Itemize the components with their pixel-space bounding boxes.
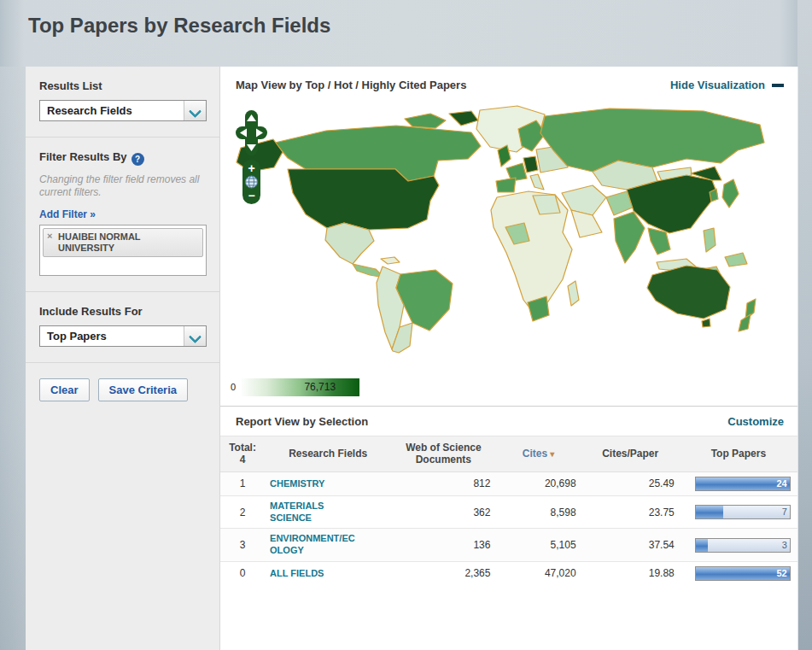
include-results-label: Include Results For: [39, 305, 206, 318]
cites-cell: 20,698: [495, 471, 581, 495]
top-papers-value: 3: [782, 540, 787, 550]
page-title: Top Papers by Research Fields: [28, 14, 330, 38]
filter-section: Filter Results By? Changing the filter f…: [26, 138, 219, 292]
content-panel: Results List Research Fields Filter Resu…: [26, 67, 798, 650]
filter-results-label-text: Filter Results By: [39, 150, 127, 163]
wos-documents-cell: 812: [391, 471, 495, 495]
sidebar-buttons: Clear Save Criteria: [26, 363, 219, 417]
report-title: Report View by Selection: [236, 415, 368, 428]
add-filter-link[interactable]: Add Filter »: [39, 208, 96, 220]
filter-tag-label: HUAIBEI NORMAL UNIVERSITY: [58, 231, 140, 253]
legend-gradient-bar: 76,713: [240, 378, 359, 396]
hide-visualization-label: Hide Visualization: [670, 79, 765, 91]
table-row: 1 CHEMISTRY 812 20,698 25.49 24: [220, 471, 797, 495]
top-papers-bar: 24: [695, 477, 791, 491]
chevron-down-icon[interactable]: [184, 101, 206, 120]
include-results-section: Include Results For Top Papers: [26, 292, 219, 363]
include-results-select[interactable]: Top Papers: [39, 325, 207, 347]
zoom-control[interactable]: + −: [242, 160, 260, 204]
include-results-selected-value: Top Papers: [40, 330, 114, 343]
map-legend: 0 76,713: [231, 377, 797, 397]
table-header-row: Total: 4 Research Fields Web of Science …: [220, 436, 797, 471]
top-papers-value: 52: [777, 568, 787, 578]
minus-icon[interactable]: [772, 84, 784, 87]
total-count: 4: [225, 454, 260, 466]
report-table: Total: 4 Research Fields Web of Science …: [220, 436, 797, 585]
research-field-link[interactable]: CHEMISTRY: [270, 478, 324, 490]
cites-per-paper-cell: 23.75: [581, 495, 680, 529]
column-header-cites-per-paper[interactable]: Cites/Paper: [581, 436, 680, 471]
top-papers-value: 7: [782, 507, 787, 517]
research-field-link[interactable]: MATERIALS SCIENCE: [270, 501, 359, 524]
cites-cell: 47,020: [495, 561, 581, 585]
results-list-label: Results List: [39, 79, 206, 92]
zoom-in-button[interactable]: +: [248, 161, 254, 175]
cites-per-paper-cell: 19.88: [581, 561, 680, 585]
top-papers-bar: 52: [695, 566, 791, 581]
main-panel: Map View by Top / Hot / Highly Cited Pap…: [220, 67, 798, 650]
world-map-visualization: + −: [225, 100, 792, 372]
rank-cell: 1: [220, 471, 265, 495]
active-filters-box: × HUAIBEI NORMAL UNIVERSITY: [39, 225, 207, 276]
right-edge-shade: [797, 0, 812, 650]
customize-link[interactable]: Customize: [727, 415, 784, 428]
cites-per-paper-cell: 37.54: [581, 529, 680, 562]
column-header-cites[interactable]: Cites▾: [495, 436, 581, 471]
cites-label: Cites: [523, 448, 547, 460]
report-section: Report View by Selection Customize Total…: [220, 406, 797, 585]
cites-per-paper-cell: 25.49: [581, 471, 680, 495]
cites-cell: 5,105: [495, 529, 581, 562]
column-header-total: Total: 4: [220, 436, 265, 471]
rank-cell: 3: [220, 529, 265, 562]
legend-max-value: 76,713: [304, 381, 336, 393]
map-section-header: Map View by Top / Hot / Highly Cited Pap…: [220, 67, 797, 98]
hide-visualization-link[interactable]: Hide Visualization: [670, 79, 784, 91]
question-icon[interactable]: ?: [131, 153, 144, 166]
legend-min-value: 0: [231, 382, 236, 392]
research-field-link[interactable]: ALL FIELDS: [270, 568, 324, 580]
cites-cell: 8,598: [495, 495, 581, 529]
total-label: Total:: [225, 442, 260, 454]
top-papers-bar: 3: [695, 538, 791, 553]
rank-cell: 0: [220, 561, 265, 585]
sidebar: Results List Research Fields Filter Resu…: [26, 67, 220, 650]
filter-results-label: Filter Results By?: [39, 150, 206, 166]
wos-documents-cell: 136: [391, 529, 495, 562]
left-edge-shade: [0, 67, 26, 650]
map-controls: + −: [236, 110, 270, 208]
report-header: Report View by Selection Customize: [220, 407, 797, 436]
pan-control[interactable]: [236, 110, 267, 155]
column-header-top-papers[interactable]: Top Papers: [680, 436, 797, 471]
results-list-section: Results List Research Fields: [26, 67, 219, 138]
results-list-selected-value: Research Fields: [40, 104, 139, 117]
column-header-wos-documents[interactable]: Web of Science Documents: [391, 436, 495, 471]
map-countries[interactable]: [237, 106, 764, 353]
top-papers-bar: 7: [695, 505, 791, 519]
column-header-research-fields[interactable]: Research Fields: [265, 436, 391, 471]
rank-cell: 2: [220, 495, 265, 529]
filter-note: Changing the filter field removes all cu…: [39, 173, 206, 199]
wos-documents-cell: 2,365: [391, 561, 495, 585]
zoom-out-button[interactable]: −: [248, 189, 254, 202]
research-field-link[interactable]: ENVIRONMENT/ECOLOGY: [270, 533, 359, 557]
save-criteria-button[interactable]: Save Criteria: [98, 378, 189, 401]
table-row: 2 MATERIALS SCIENCE 362 8,598 23.75 7: [220, 495, 797, 529]
map-section-title: Map View by Top / Hot / Highly Cited Pap…: [236, 79, 466, 91]
top-papers-value: 24: [777, 478, 787, 489]
clear-button[interactable]: Clear: [39, 378, 90, 401]
close-icon[interactable]: ×: [47, 231, 52, 242]
wos-documents-cell: 362: [391, 495, 495, 529]
sort-desc-icon: ▾: [550, 449, 554, 459]
table-row: 3 ENVIRONMENT/ECOLOGY 136 5,105 37.54 3: [220, 529, 797, 562]
chevron-down-icon[interactable]: [184, 326, 206, 346]
table-row: 0 ALL FIELDS 2,365 47,020 19.88 52: [220, 561, 797, 585]
results-list-select[interactable]: Research Fields: [39, 100, 207, 121]
filter-tag[interactable]: × HUAIBEI NORMAL UNIVERSITY: [43, 228, 203, 257]
world-map[interactable]: [225, 100, 791, 356]
